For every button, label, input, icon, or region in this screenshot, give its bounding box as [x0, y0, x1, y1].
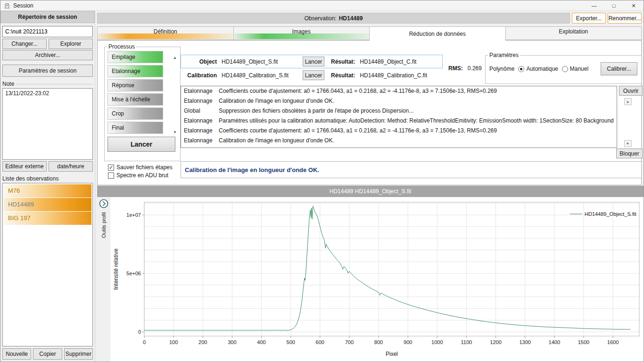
note-divider: [16, 84, 93, 84]
app-icon: [4, 2, 10, 9]
delete-observation-button[interactable]: Supprimer: [64, 348, 93, 360]
observations-list-label: Liste des observations: [2, 175, 58, 182]
svg-text:100: 100: [169, 339, 178, 345]
spectrum-line: [144, 206, 630, 330]
datetime-button[interactable]: date/heure: [49, 161, 93, 172]
process-step-mise-a-l-echelle[interactable]: Mise à l'échelle: [107, 93, 163, 106]
scroll-up-icon[interactable]: ▲: [624, 98, 632, 105]
save-steps-label: Sauver fichiers étapes: [116, 164, 173, 171]
tab-reduction[interactable]: Réduction de données: [370, 26, 506, 41]
calibration-label: Calibration: [183, 72, 217, 79]
profile-tools-strip: Outils profil: [97, 197, 110, 362]
main-area: Observation: HD14489 Exporter... Renomme…: [95, 11, 644, 186]
adu-checkbox[interactable]: [108, 173, 114, 179]
session-path-input[interactable]: [2, 26, 93, 37]
parameters-label: Paramètres: [488, 52, 520, 58]
observation-item[interactable]: M76: [4, 184, 91, 197]
svg-text:700: 700: [345, 339, 354, 345]
object-run-button[interactable]: Lancer: [303, 57, 324, 66]
process-step-etalonnage[interactable]: Etalonnage: [107, 65, 163, 77]
rename-button[interactable]: Renommer...: [608, 13, 642, 24]
svg-text:600: 600: [316, 339, 324, 345]
tab-images[interactable]: Images: [234, 26, 370, 40]
scroll-down-icon[interactable]: ▼: [624, 140, 632, 147]
process-step-crop[interactable]: Crop: [107, 107, 163, 120]
calibration-result-field[interactable]: HD14489_Calibration_C.fit: [358, 72, 440, 79]
log-row[interactable]: EtalonnageCalibration de l'image en long…: [181, 136, 617, 146]
profile-title-bar: HD14489 HD14489_Object_S.fit: [97, 186, 644, 197]
process-scroll-up-icon[interactable]: ▲: [173, 56, 177, 60]
observation-title-bar: Observation: HD14489: [97, 13, 570, 24]
close-button[interactable]: ×: [624, 0, 644, 11]
log-row[interactable]: GlobalSuppression des fichiers obsolètes…: [181, 106, 617, 116]
svg-text:800: 800: [374, 339, 383, 345]
svg-text:0: 0: [138, 329, 141, 335]
calibration-run-button[interactable]: Lancer: [303, 70, 324, 80]
process-step-reponse[interactable]: Réponse: [107, 79, 163, 91]
svg-text:300: 300: [228, 339, 236, 345]
new-observation-button[interactable]: Nouvelle: [2, 348, 31, 360]
svg-text:900: 900: [404, 339, 412, 345]
observation-item[interactable]: BIG 197: [4, 212, 91, 225]
status-message: Calibration de l'image en longueur d'ond…: [181, 161, 642, 178]
note-label: Note: [2, 81, 14, 87]
legend-label: HD14489_Object_S.fit: [585, 211, 636, 217]
log-row[interactable]: EtalonnageCalibration de l'image en long…: [181, 96, 617, 106]
save-steps-checkbox[interactable]: ✓: [108, 165, 114, 171]
rms-label: RMS:: [448, 65, 463, 72]
svg-text:1300: 1300: [519, 339, 530, 345]
observations-listbox: M76 HD14489 BIG 197: [2, 183, 93, 346]
manual-label: Manuel: [570, 66, 588, 72]
process-step-final[interactable]: Final: [107, 122, 163, 134]
process-scroll-down-icon[interactable]: ▼: [173, 130, 177, 134]
session-parameters-button[interactable]: Paramètres de session: [2, 65, 93, 77]
maximize-button[interactable]: □: [604, 0, 624, 11]
object-row: Object HD14489_Object_S.fit Lancer Résul…: [181, 55, 443, 68]
automatic-radio[interactable]: [518, 66, 524, 72]
open-button[interactable]: Ouvrir: [619, 86, 643, 96]
process-label: Processus: [107, 43, 136, 50]
rms-value: 0.269: [468, 65, 482, 72]
process-log-listbox: EtalonnageCoefficients courbe d'ajusteme…: [181, 86, 617, 148]
change-button[interactable]: Changer...: [2, 39, 47, 49]
run-process-button[interactable]: Lancer: [107, 137, 175, 152]
expand-tools-icon[interactable]: [99, 199, 108, 208]
automatic-label: Automatique: [526, 66, 558, 72]
external-editor-button[interactable]: Editeur externe: [2, 161, 47, 172]
tab-exploitation[interactable]: Exploitation: [506, 26, 642, 40]
log-row[interactable]: EtalonnageParamètres utilisés pour la ca…: [181, 116, 617, 126]
block-button[interactable]: Bloquer: [616, 148, 643, 158]
window-title: Session: [13, 2, 33, 9]
minimize-button[interactable]: —: [584, 0, 604, 11]
calibration-result-label: Résultat:: [331, 72, 355, 79]
archive-button[interactable]: Archiver...: [2, 50, 93, 60]
object-result-field[interactable]: HD14489_Object_C.fit: [358, 58, 440, 65]
explore-button[interactable]: Explorer: [49, 39, 93, 49]
profile-chart: 0100200300400500600700800900100011001200…: [110, 197, 644, 362]
calibrate-button[interactable]: Calibrer...: [601, 62, 637, 75]
process-step-empilage[interactable]: Empilage: [107, 51, 163, 63]
copy-observation-button[interactable]: Copier: [33, 348, 62, 360]
sidebar-header: Répertoire de session: [0, 11, 95, 23]
object-file-field[interactable]: HD14489_Object_S.fit: [220, 58, 300, 65]
svg-text:1400: 1400: [549, 339, 560, 345]
observation-label: Observation:: [305, 15, 337, 22]
observation-value: HD14489: [339, 15, 363, 22]
svg-text:400: 400: [257, 339, 265, 345]
tools-profile-label: Outils profil: [101, 212, 107, 238]
svg-text:1500: 1500: [578, 339, 589, 345]
calibration-row: Calibration HD14489_Calibration_S.fit La…: [181, 68, 443, 82]
calibration-file-field[interactable]: HD14489_Calibration_S.fit: [220, 72, 300, 79]
log-scrollbar[interactable]: ▲ ▼: [624, 98, 632, 147]
note-textarea[interactable]: 13/11/2022-23:02: [2, 88, 93, 160]
polynome-label: Polynôme: [489, 66, 514, 72]
manual-radio[interactable]: [562, 66, 568, 72]
log-row[interactable]: EtalonnageCoefficients courbe d'ajusteme…: [181, 86, 617, 96]
export-button[interactable]: Exporter...: [572, 13, 606, 24]
observation-item-selected[interactable]: HD14489: [4, 198, 91, 211]
tab-definition[interactable]: Définition: [97, 26, 234, 40]
svg-text:1200: 1200: [490, 339, 501, 345]
svg-text:500: 500: [287, 339, 295, 345]
spectrum-plot: 0100200300400500600700800900100011001200…: [110, 197, 644, 362]
log-row[interactable]: EtalonnageCoefficients courbe d'ajusteme…: [181, 126, 617, 136]
